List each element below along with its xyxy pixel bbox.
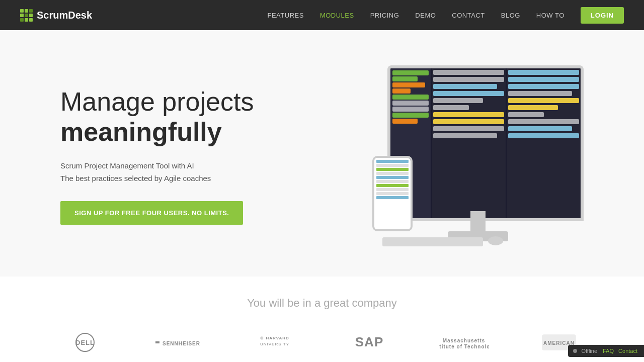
svg-text:⊕ HARVARD: ⊕ HARVARD [260, 336, 289, 340]
logo-grid-icon [20, 9, 33, 22]
svg-text:DELL: DELL [75, 339, 95, 346]
svg-rect-2 [155, 341, 159, 343]
companies-section: You will be in a great company DELL SENN… [0, 277, 644, 362]
hero-image-block [302, 65, 584, 246]
chat-links: FAQ Contact [601, 348, 639, 354]
monitor-stand-neck [470, 211, 486, 231]
nav-pricing[interactable]: PRICING [370, 12, 399, 19]
hero-subtitle-line1: Scrum Project Management Tool with AI [60, 161, 194, 170]
screen-col-1 [432, 68, 506, 218]
svg-text:SENNHEISER: SENNHEISER [163, 341, 200, 346]
nav-howto[interactable]: HOW TO [536, 12, 565, 19]
chat-status-dot [573, 349, 577, 353]
hero-text-block: Manage projects meaningfully Scrum Proje… [60, 87, 302, 225]
logo[interactable]: ScrumDesk [20, 9, 92, 22]
svg-text:UNIVERSITY: UNIVERSITY [260, 342, 289, 346]
keyboard [382, 237, 483, 246]
svg-text:SAP: SAP [355, 334, 383, 349]
logo-text: ScrumDesk [37, 10, 92, 21]
phone-device [372, 156, 413, 231]
login-button[interactable]: LOGIN [581, 7, 624, 24]
chat-faq-link[interactable]: FAQ [603, 348, 614, 354]
hero-headline: Manage projects meaningfully [60, 87, 302, 147]
navbar: ScrumDesk FEATURES MODULES PRICING DEMO … [0, 0, 644, 30]
nav-contact[interactable]: CONTACT [452, 12, 485, 19]
hero-subtitle-line2: The best practices selected by Agile coa… [60, 174, 211, 183]
company-sap: SAP [349, 330, 389, 355]
nav-modules[interactable]: MODULES [320, 12, 354, 19]
companies-logo-grid: DELL SENNHEISER ⊕ HARVARD UNIVERSITY SAP [40, 330, 604, 362]
signup-button[interactable]: SIGN UP FOR FREE FOUR USERS. NO LIMITS. [60, 201, 243, 225]
hero-subtitle: Scrum Project Management Tool with AI Th… [60, 159, 302, 185]
nav-blog[interactable]: BLOG [501, 12, 520, 19]
hero-monitor [372, 65, 584, 246]
chat-status-label: Offline [581, 348, 597, 354]
hero-section: Manage projects meaningfully Scrum Proje… [0, 30, 644, 277]
phone-display [374, 158, 411, 229]
company-dell: DELL [62, 330, 108, 355]
nav-features[interactable]: FEATURES [268, 12, 304, 19]
svg-text:Institute of Technology: Institute of Technology [439, 344, 489, 349]
mouse [488, 236, 503, 245]
company-mit: Massachusetts Institute of Technology [439, 330, 489, 355]
companies-tagline: You will be in a great company [40, 297, 604, 310]
nav-demo[interactable]: DEMO [415, 12, 436, 19]
hero-headline-light: Manage projects [60, 87, 254, 116]
company-sennheiser: SENNHEISER [154, 330, 205, 355]
monitor-screen [387, 65, 584, 221]
svg-text:Massachusetts: Massachusetts [443, 338, 486, 343]
chat-contact-link[interactable]: Contact [618, 348, 637, 354]
screen-col-2 [507, 68, 581, 218]
nav-links: FEATURES MODULES PRICING DEMO CONTACT BL… [268, 11, 624, 20]
company-harvard: ⊕ HARVARD UNIVERSITY [252, 330, 297, 355]
chat-widget: Offline FAQ Contact [568, 345, 644, 357]
hero-headline-bold: meaningfully [60, 117, 302, 147]
monitor-display [390, 68, 581, 218]
